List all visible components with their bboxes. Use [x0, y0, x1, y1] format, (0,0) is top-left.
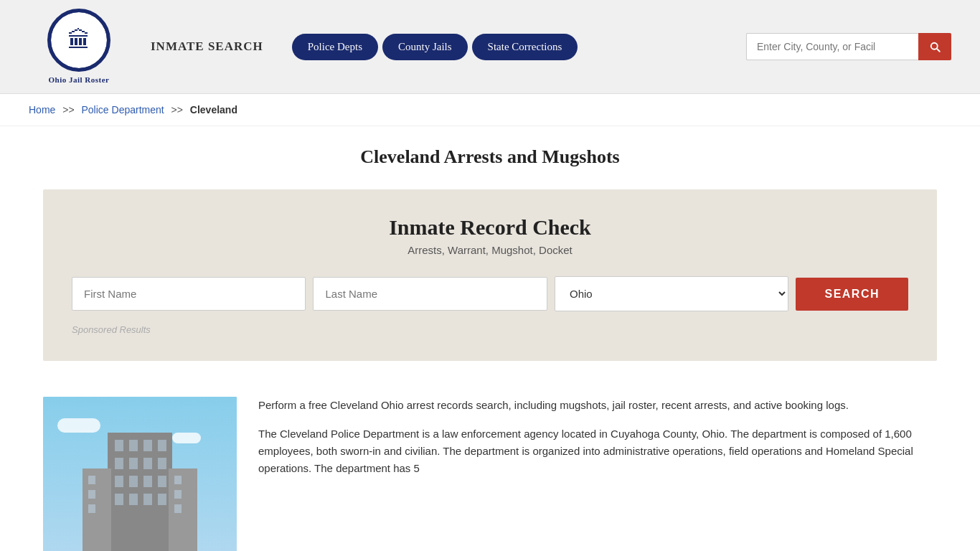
header-search-input[interactable]: [746, 33, 918, 60]
record-check-section: Inmate Record Check Arrests, Warrant, Mu…: [43, 189, 937, 361]
svg-rect-21: [88, 504, 95, 513]
sponsored-results-label: Sponsored Results: [72, 324, 908, 335]
building-icon: 🏛: [67, 27, 90, 54]
content-section: Perform a free Cleveland Ohio arrest rec…: [0, 382, 980, 551]
svg-rect-22: [174, 476, 182, 484]
building-silhouette: [68, 418, 212, 551]
inmate-search-button[interactable]: SEARCH: [796, 278, 908, 311]
svg-rect-24: [174, 504, 182, 513]
svg-rect-2: [169, 468, 197, 551]
svg-rect-12: [129, 476, 138, 487]
state-select[interactable]: Ohio Alabama Alaska Arizona Arkansas Cal…: [555, 276, 788, 311]
logo-text: Ohio Jail Roster: [49, 75, 110, 85]
breadcrumb-home[interactable]: Home: [29, 104, 55, 116]
svg-rect-23: [174, 490, 182, 499]
cleveland-building-image: [43, 397, 237, 551]
main-nav: Police Depts County Jails State Correcti…: [292, 34, 578, 60]
nav-police-depts[interactable]: Police Depts: [292, 34, 378, 60]
breadcrumb-current: Cleveland: [190, 104, 237, 116]
record-check-subtitle: Arrests, Warrant, Mugshot, Docket: [72, 244, 908, 256]
inmate-search-label: INMATE SEARCH: [151, 39, 263, 54]
header-search-button[interactable]: [918, 33, 951, 60]
header-search-area: [746, 33, 951, 60]
svg-rect-13: [143, 476, 152, 487]
logo-icon: 🏛: [47, 9, 110, 72]
svg-rect-17: [143, 494, 152, 505]
svg-rect-19: [88, 476, 95, 484]
nav-state-corrections[interactable]: State Corrections: [472, 34, 578, 60]
svg-rect-10: [158, 458, 166, 469]
breadcrumb-area: Home >> Police Department >> Cleveland: [0, 94, 980, 126]
svg-rect-16: [129, 494, 138, 505]
breadcrumb-sep1: >>: [62, 104, 74, 116]
svg-rect-20: [88, 490, 95, 499]
content-text-area: Perform a free Cleveland Ohio arrest rec…: [258, 397, 937, 489]
breadcrumb: Home >> Police Department >> Cleveland: [29, 104, 951, 116]
svg-rect-11: [115, 476, 123, 487]
svg-rect-5: [143, 440, 152, 451]
page-title: Cleveland Arrests and Mugshots: [29, 146, 951, 168]
site-header: 🏛 Ohio Jail Roster INMATE SEARCH Police …: [0, 0, 980, 94]
svg-rect-14: [158, 476, 166, 487]
svg-rect-9: [143, 458, 152, 469]
last-name-input[interactable]: [313, 277, 547, 311]
svg-rect-15: [115, 494, 123, 505]
svg-rect-7: [115, 458, 123, 469]
svg-rect-4: [129, 440, 138, 451]
logo-area: 🏛 Ohio Jail Roster: [29, 9, 129, 85]
content-paragraph-1: Perform a free Cleveland Ohio arrest rec…: [258, 397, 937, 414]
svg-rect-18: [158, 494, 166, 505]
first-name-input[interactable]: [72, 277, 306, 311]
page-title-area: Cleveland Arrests and Mugshots: [0, 126, 980, 175]
breadcrumb-police-dept[interactable]: Police Department: [82, 104, 164, 116]
record-check-title: Inmate Record Check: [72, 215, 908, 240]
nav-county-jails[interactable]: County Jails: [382, 34, 468, 60]
svg-rect-3: [115, 440, 123, 451]
svg-rect-1: [83, 468, 111, 551]
svg-rect-6: [158, 440, 166, 451]
svg-rect-8: [129, 458, 138, 469]
breadcrumb-sep2: >>: [171, 104, 183, 116]
search-icon: [928, 40, 941, 53]
inmate-search-form: Ohio Alabama Alaska Arizona Arkansas Cal…: [72, 276, 908, 311]
content-paragraph-2: The Cleveland Police Department is a law…: [258, 425, 937, 477]
